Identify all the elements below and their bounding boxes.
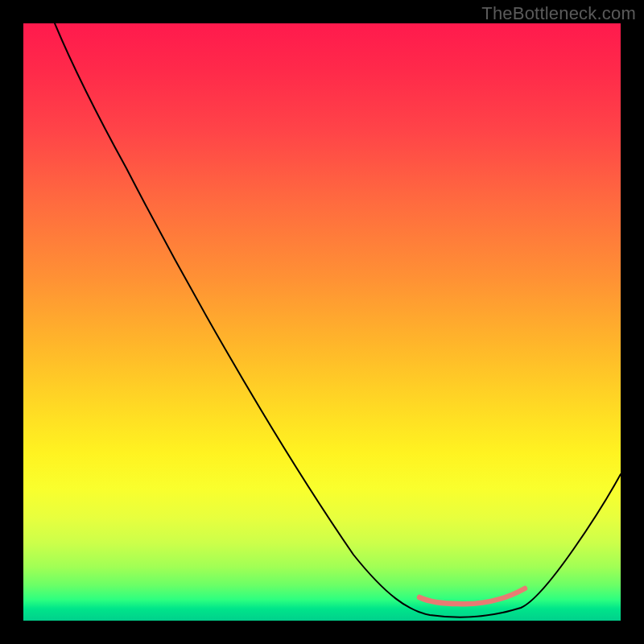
watermark-text: TheBottleneck.com <box>481 3 636 24</box>
bottleneck-curve <box>23 23 621 621</box>
curve-path <box>55 23 621 617</box>
chart-frame: TheBottleneck.com <box>0 0 644 644</box>
plateau-path <box>419 588 525 604</box>
plot-area <box>23 23 621 621</box>
